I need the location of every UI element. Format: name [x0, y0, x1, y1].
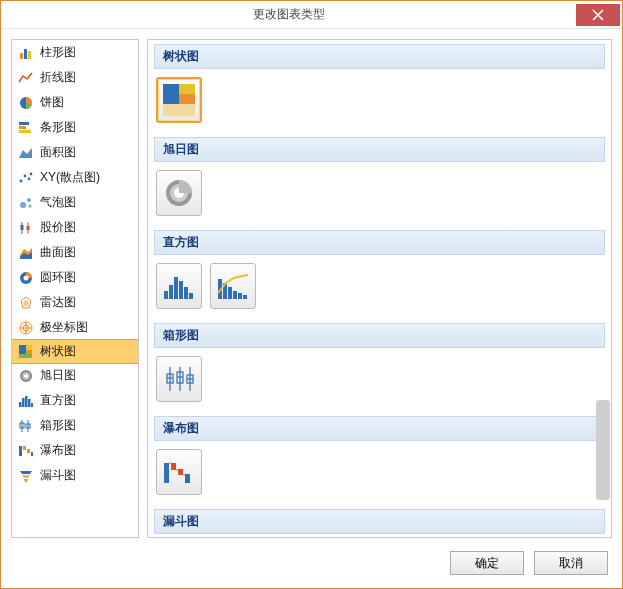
svg-rect-37	[22, 398, 25, 407]
sidebar-item-stock[interactable]: 股价图	[12, 215, 138, 240]
chart-gallery: 树状图 旭日图 直方图	[147, 39, 612, 538]
sidebar-item-label: XY(散点图)	[40, 169, 100, 186]
svg-rect-39	[28, 399, 31, 407]
svg-rect-62	[179, 281, 183, 299]
treemap-chart-icon	[18, 344, 34, 360]
dialog-title: 更改图表类型	[1, 6, 576, 23]
chart-thumb-histogram-2[interactable]	[210, 263, 256, 309]
sidebar-item-area[interactable]: 面积图	[12, 140, 138, 165]
ok-button[interactable]: 确定	[450, 551, 524, 575]
sidebar-item-label: 旭日图	[40, 367, 76, 384]
sidebar-item-radar[interactable]: 雷达图	[12, 290, 138, 315]
chart-thumb-histogram-1[interactable]	[156, 263, 202, 309]
chart-gallery-scroll[interactable]: 树状图 旭日图 直方图	[148, 40, 611, 537]
svg-rect-68	[233, 291, 237, 299]
svg-point-10	[28, 177, 31, 180]
chart-thumb-sunburst-1[interactable]	[156, 170, 202, 216]
box-thumb-icon	[162, 364, 196, 394]
svg-rect-48	[31, 452, 33, 456]
sidebar-item-polar[interactable]: 极坐标图	[12, 315, 138, 340]
svg-rect-60	[169, 285, 173, 299]
surface-chart-icon	[18, 245, 34, 261]
svg-point-11	[30, 172, 33, 175]
sidebar-item-label: 条形图	[40, 119, 76, 136]
svg-rect-30	[26, 345, 32, 350]
svg-point-13	[27, 198, 31, 202]
cancel-button[interactable]: 取消	[534, 551, 608, 575]
histogram-chart-icon	[18, 393, 34, 409]
svg-rect-61	[174, 277, 178, 299]
chart-type-sidebar: 柱形图 折线图 饼图 条形图 面积图 XY(散点图)	[11, 39, 139, 538]
sunburst-thumb-icon	[163, 177, 195, 209]
sidebar-item-bar[interactable]: 柱形图	[12, 40, 138, 65]
polar-chart-icon	[18, 320, 34, 336]
svg-rect-59	[164, 291, 168, 299]
svg-rect-1	[24, 49, 27, 59]
group-header-treemap: 树状图	[154, 44, 605, 69]
svg-rect-40	[31, 403, 33, 407]
svg-marker-51	[24, 479, 28, 482]
svg-rect-55	[163, 104, 195, 116]
svg-rect-70	[243, 295, 247, 299]
hbar-chart-icon	[18, 120, 34, 136]
svg-rect-6	[19, 130, 31, 133]
sidebar-item-box[interactable]: 箱形图	[12, 413, 138, 438]
sidebar-item-bubble[interactable]: 气泡图	[12, 190, 138, 215]
group-thumbs-waterfall	[148, 445, 611, 505]
pie-chart-icon	[18, 95, 34, 111]
sidebar-item-doughnut[interactable]: 圆环图	[12, 265, 138, 290]
sidebar-item-funnel[interactable]: 漏斗图	[12, 463, 138, 488]
group-header-waterfall: 瀑布图	[154, 416, 605, 441]
sidebar-item-label: 曲面图	[40, 244, 76, 261]
sidebar-item-surface[interactable]: 曲面图	[12, 240, 138, 265]
group-header-box: 箱形图	[154, 323, 605, 348]
close-button[interactable]	[576, 4, 620, 26]
svg-rect-52	[163, 84, 179, 104]
sidebar-item-label: 面积图	[40, 144, 76, 161]
svg-rect-53	[179, 84, 195, 94]
sidebar-item-label: 漏斗图	[40, 467, 76, 484]
svg-marker-49	[20, 471, 32, 474]
sidebar-item-label: 柱形图	[40, 44, 76, 61]
chart-thumb-treemap-1[interactable]	[156, 77, 202, 123]
svg-point-9	[24, 174, 27, 177]
sidebar-item-label: 折线图	[40, 69, 76, 86]
svg-rect-4	[19, 122, 29, 125]
sidebar-item-sunburst[interactable]: 旭日图	[12, 363, 138, 388]
group-thumbs-box	[148, 352, 611, 412]
chart-thumb-box-1[interactable]	[156, 356, 202, 402]
sunburst-chart-icon	[18, 368, 34, 384]
group-thumbs-sunburst	[148, 166, 611, 226]
sidebar-item-line[interactable]: 折线图	[12, 65, 138, 90]
close-icon	[590, 7, 606, 23]
svg-rect-82	[178, 469, 183, 475]
group-header-funnel: 漏斗图	[154, 509, 605, 534]
svg-rect-38	[25, 396, 28, 407]
pareto-thumb-icon	[216, 271, 250, 301]
sidebar-item-pie[interactable]: 饼图	[12, 90, 138, 115]
svg-rect-54	[179, 94, 195, 104]
sidebar-item-label: 箱形图	[40, 417, 76, 434]
svg-point-35	[24, 374, 28, 378]
sidebar-item-treemap[interactable]: 树状图	[11, 339, 139, 364]
sidebar-item-xy[interactable]: XY(散点图)	[12, 165, 138, 190]
sidebar-item-hbar[interactable]: 条形图	[12, 115, 138, 140]
area-chart-icon	[18, 145, 34, 161]
svg-point-12	[20, 202, 26, 208]
chart-thumb-waterfall-1[interactable]	[156, 449, 202, 495]
sidebar-item-label: 股价图	[40, 219, 76, 236]
svg-point-8	[20, 179, 23, 182]
doughnut-chart-icon	[18, 270, 34, 286]
sidebar-item-waterfall[interactable]: 瀑布图	[12, 438, 138, 463]
svg-rect-2	[28, 51, 31, 59]
sidebar-item-label: 气泡图	[40, 194, 76, 211]
dialog-footer: 确定 取消	[1, 548, 622, 588]
line-chart-icon	[18, 70, 34, 86]
svg-rect-0	[20, 53, 23, 59]
svg-rect-80	[164, 463, 169, 483]
group-header-sunburst: 旭日图	[154, 137, 605, 162]
scatter-chart-icon	[18, 170, 34, 186]
dialog-body: 柱形图 折线图 饼图 条形图 面积图 XY(散点图)	[1, 29, 622, 548]
svg-rect-32	[19, 354, 32, 358]
sidebar-item-histogram[interactable]: 直方图	[12, 388, 138, 413]
